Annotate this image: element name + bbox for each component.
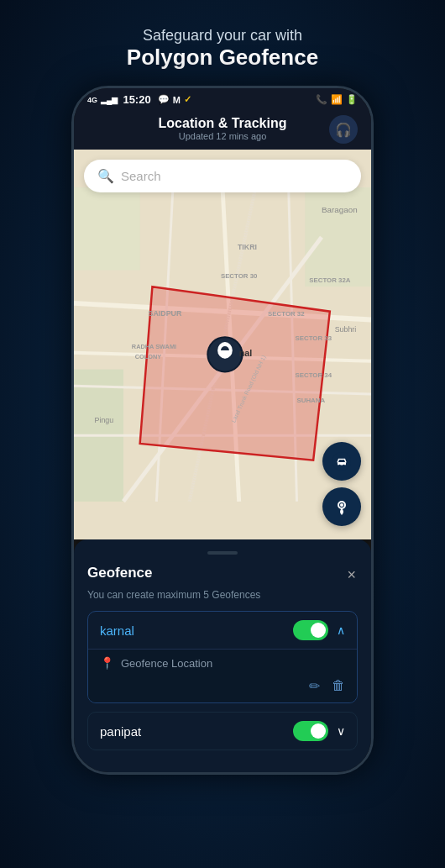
header-title: Location & Tracking [159,116,287,131]
headline-area: Safeguard your car with Polygon Geofence [127,27,318,71]
svg-rect-2 [305,187,371,287]
pin-fab[interactable] [322,487,361,526]
toggle-knob-karnal [311,623,326,638]
geofence-controls-karnal: ∧ [293,620,345,640]
svg-text:nal: nal [239,348,253,358]
geofence-toggle-panipat[interactable] [293,721,328,741]
call-icon: 📞 [316,94,327,105]
status-time: 15:20 [123,93,150,106]
geofence-location-label: Geofence Location [121,657,212,670]
svg-text:Pingu: Pingu [95,417,114,425]
chevron-down-panipat[interactable]: ∨ [337,724,345,738]
svg-text:SECTOR 32A: SECTOR 32A [309,276,351,284]
panel-description: You can create maximum 5 Geofences [87,589,358,601]
maps-icon: M [173,95,181,105]
svg-rect-3 [74,187,140,270]
map-fab-container [322,442,361,526]
headline-title: Polygon Geofence [127,45,318,71]
status-left: 4G ▂▄▆ 15:20 💬 M ✓ [87,93,191,106]
geofence-actions: ✏ 🗑 [100,678,345,694]
geofence-location-row: 📍 Geofence Location [100,656,345,670]
location-pin-icon: 📍 [100,656,114,670]
map-search-bar[interactable]: 🔍 Search [84,160,361,192]
panel-title: Geofence [87,565,152,581]
geofence-name-panipat: panipat [100,724,141,739]
search-icon: 🔍 [97,168,114,184]
svg-point-37 [343,465,344,466]
panel-handle [207,551,238,555]
toggle-knob-panipat [311,723,326,739]
status-bar: 4G ▂▄▆ 15:20 💬 M ✓ 📞 📶 🔋 [74,88,371,109]
svg-text:Baragaon: Baragaon [322,205,358,214]
svg-point-41 [340,503,343,507]
delete-icon[interactable]: 🗑 [332,678,345,694]
svg-text:SECTOR 30: SECTOR 30 [221,273,258,281]
header-subtitle: Updated 12 mins ago [159,131,287,141]
geofence-expanded-karnal: 📍 Geofence Location ✏ 🗑 [88,649,357,702]
app-header: Location & Tracking Updated 12 mins ago … [74,109,371,150]
chevron-up-karnal[interactable]: ∧ [337,623,345,637]
svg-rect-39 [343,460,345,462]
geofence-panel: Geofence × You can create maximum 5 Geof… [74,539,371,772]
geofence-item-panipat: panipat ∨ [87,712,358,750]
status-icons: 📞 📶 🔋 [316,94,358,105]
geofence-item-header-karnal[interactable]: karnal ∧ [88,612,357,649]
svg-point-36 [338,465,340,466]
svg-text:Subhri: Subhri [335,325,357,334]
panel-close-button[interactable]: × [345,565,358,586]
svg-rect-38 [339,460,342,462]
svg-text:TIKRI: TIKRI [238,243,257,251]
geofence-name-karnal: karnal [100,623,134,638]
whatsapp-icon: 💬 [158,94,170,105]
search-placeholder: Search [121,169,161,183]
geofence-item-header-panipat[interactable]: panipat ∨ [88,713,357,750]
check-icon: ✓ [184,94,191,105]
svg-text:SUHANA: SUHANA [297,397,326,404]
geofence-toggle-karnal[interactable] [293,620,328,640]
svg-text:RADHA SWAMI: RADHA SWAMI [132,343,176,350]
car-location-fab[interactable] [322,442,361,481]
svg-text:SAIDPUR: SAIDPUR [149,309,182,318]
signal-bars: ▂▄▆ [101,96,118,104]
panel-header: Geofence × [87,565,358,586]
svg-text:SECTOR 32: SECTOR 32 [268,310,305,318]
headline-subtitle: Safeguard your car with [127,27,318,45]
headphone-icon: 🎧 [335,122,352,138]
geofence-item-karnal: karnal ∧ 📍 Geofence Location ✏ 🗑 [87,611,358,703]
phone-shell: 4G ▂▄▆ 15:20 💬 M ✓ 📞 📶 🔋 Location & Trac… [71,86,374,775]
svg-point-34 [332,452,351,471]
battery-icon: 🔋 [346,94,358,105]
svg-text:SECTOR 34: SECTOR 34 [296,372,332,380]
svg-text:SECTOR 33: SECTOR 33 [296,334,332,342]
wifi-icon: 📶 [331,94,343,105]
svg-rect-35 [338,462,346,466]
signal-icon: 4G [87,96,97,104]
geofence-controls-panipat: ∨ [293,721,345,741]
map-container[interactable]: Baragaon TIKRI SECTOR 30 SECTOR 32A SECT… [74,150,371,539]
header-text: Location & Tracking Updated 12 mins ago [159,116,287,141]
svg-text:COLONY: COLONY [135,353,162,360]
headphone-button[interactable]: 🎧 [329,115,358,144]
edit-icon[interactable]: ✏ [309,678,320,694]
